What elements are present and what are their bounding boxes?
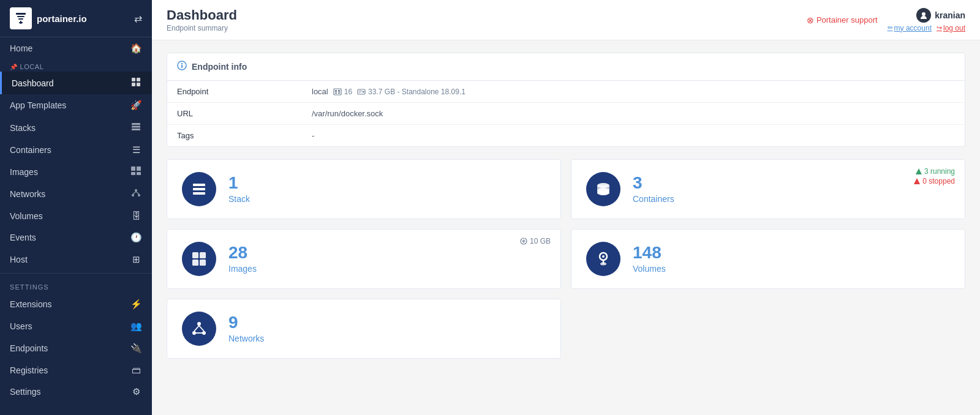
svg-rect-9 [132,123,140,125]
host-icon: ⊞ [130,254,142,265]
svg-point-50 [600,263,606,266]
svg-rect-2 [18,18,23,20]
containers-label: Containers [633,194,674,204]
sidebar-item-networks[interactable]: Networks [0,182,152,205]
sidebar: portainer.io ⇄ Home 🏠 LOCAL Dashboard Ap… [0,0,152,415]
networks-icon-circle [182,312,216,346]
sidebar-item-images[interactable]: Images [0,161,152,182]
sidebar-item-stacks[interactable]: Stacks [0,116,152,139]
support-link[interactable]: Portainer support [807,15,878,25]
images-count: 28 [228,244,257,261]
networks-label: Networks [10,189,45,199]
endpoint-row-endpoint: Endpoint local [167,81,965,103]
app-templates-icon: 🚀 [130,100,142,111]
users-label: Users [10,321,32,331]
containers-running: 3 running [916,167,955,176]
svg-rect-8 [137,83,140,86]
stats-grid: 1 Stack 3 Containers [167,159,965,359]
volumes-count: 148 [633,244,666,261]
endpoint-info-title: Endpoint info [192,62,247,72]
svg-line-19 [133,192,136,194]
stat-card-volumes[interactable]: 148 Volumes [571,229,965,289]
registries-icon: 🗃 [130,365,142,375]
svg-point-31 [363,91,364,92]
sidebar-logo: portainer.io ⇄ [0,0,152,37]
sidebar-divider [0,273,152,274]
containers-icon: ☰ [130,144,142,155]
registries-label: Registries [10,365,48,375]
dashboard-content: Endpoint info Endpoint local [152,40,980,415]
networks-count: 9 [228,314,264,331]
app-name: portainer.io [37,13,87,24]
home-icon: 🏠 [130,43,142,54]
stack-count: 1 [228,174,250,192]
sidebar-item-volumes[interactable]: Volumes 🗄 [0,205,152,226]
stack-stat-info: 1 Stack [228,174,250,204]
dashboard-label: Dashboard [12,78,54,88]
images-icon [130,166,142,177]
endpoint-info-icon [177,61,187,73]
images-size: 10 GB [520,237,551,245]
portainer-logo-icon [10,7,32,29]
home-label: Home [10,43,32,53]
stat-card-images[interactable]: 28 Images 10 GB [167,229,561,289]
networks-label: Networks [228,334,264,343]
page-subtitle: Endpoint summary [167,24,237,32]
user-name: kranian [916,8,965,23]
svg-rect-15 [137,172,141,175]
svg-point-17 [132,194,134,196]
svg-rect-10 [132,126,140,128]
containers-extra: 3 running 0 stopped [914,167,955,185]
networks-icon [130,188,142,200]
svg-rect-35 [193,188,205,190]
sidebar-item-home[interactable]: Home 🏠 [0,37,152,59]
stat-card-networks[interactable]: 9 Networks [167,299,561,359]
svg-rect-11 [132,129,140,130]
stacks-icon [130,122,142,133]
svg-rect-27 [338,90,340,92]
sidebar-item-events[interactable]: Events 🕐 [0,226,152,249]
volumes-icon-circle [586,242,620,276]
sidebar-item-host[interactable]: Host ⊞ [0,249,152,271]
sidebar-item-extensions[interactable]: Extensions ⚡ [0,293,152,315]
containers-label: Containers [10,145,51,155]
endpoint-label: Endpoint [167,81,302,103]
sidebar-item-registries[interactable]: Registries 🗃 [0,359,152,381]
svg-point-21 [922,12,925,16]
sidebar-item-users[interactable]: Users 👥 [0,315,152,337]
user-area: kranian ✏ my account ↪ log out [888,8,965,32]
svg-rect-6 [137,78,140,81]
sidebar-item-containers[interactable]: Containers ☰ [0,139,152,161]
networks-stat-info: 9 Networks [228,314,264,343]
sidebar-item-settings[interactable]: Settings ⚙ [0,381,152,403]
endpoint-row-tags: Tags - [167,125,965,147]
volumes-stat-info: 148 Volumes [633,244,666,274]
svg-line-55 [199,326,204,331]
images-label: Images [228,264,257,274]
logout-link[interactable]: ↪ log out [937,24,965,32]
svg-rect-36 [193,192,205,195]
stat-card-containers[interactable]: 3 Containers 3 running 0 stopped [571,159,965,219]
endpoint-info-header: Endpoint info [167,53,965,81]
svg-rect-1 [17,16,24,17]
header: Dashboard Endpoint summary Portainer sup… [152,0,980,40]
header-title-area: Dashboard Endpoint summary [167,7,237,32]
settings-icon: ⚙ [130,386,142,397]
svg-point-23 [181,63,183,64]
containers-icon-circle [586,172,620,206]
sidebar-item-endpoints[interactable]: Endpoints 🔌 [0,337,152,359]
endpoints-icon: 🔌 [130,343,142,354]
svg-rect-32 [359,91,362,91]
transfer-icon[interactable]: ⇄ [134,13,142,24]
sidebar-item-app-templates[interactable]: App Templates 🚀 [0,94,152,116]
app-templates-label: App Templates [10,100,66,110]
my-account-link[interactable]: ✏ my account [888,24,932,32]
user-links: ✏ my account ↪ log out [888,24,965,32]
containers-stopped: 0 stopped [914,177,955,185]
sidebar-item-dashboard[interactable]: Dashboard [0,72,152,94]
username-text: kranian [935,10,965,20]
volumes-label: Volumes [10,211,43,221]
stat-card-stacks[interactable]: 1 Stack [167,159,561,219]
extensions-icon: ⚡ [130,299,142,310]
header-right: Portainer support kranian ✏ my account [807,8,965,32]
